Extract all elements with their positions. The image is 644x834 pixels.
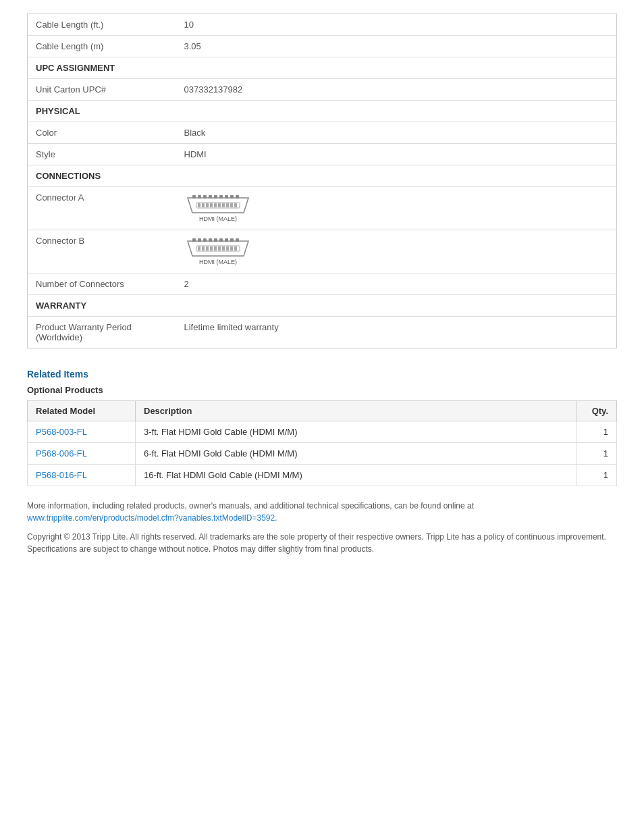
section-header-warranty: WARRANTY: [28, 295, 617, 317]
col-header-model: Related Model: [28, 401, 136, 421]
svg-rect-14: [210, 203, 213, 207]
footer-link[interactable]: www.tripplite.com/en/products/model.cfm?…: [27, 513, 275, 523]
spec-label: Style: [28, 144, 176, 165]
spec-value: HDMI: [176, 144, 617, 165]
svg-rect-36: [210, 246, 213, 251]
svg-rect-30: [230, 238, 234, 242]
svg-rect-41: [230, 246, 233, 251]
connector-a-value: HDMI (MALE): [176, 187, 617, 230]
svg-rect-15: [214, 203, 217, 207]
svg-rect-25: [203, 238, 207, 242]
hdmi-connector-b-icon: HDMI (MALE): [184, 236, 252, 266]
svg-text:HDMI (MALE): HDMI (MALE): [199, 259, 237, 265]
spec-label: Cable Length (m): [28, 36, 176, 57]
svg-text:HDMI (MALE): HDMI (MALE): [199, 215, 237, 222]
spec-label: Number of Connectors: [28, 273, 176, 295]
section-header-label: CONNECTIONS: [28, 165, 617, 187]
svg-rect-40: [226, 246, 229, 251]
related-model-cell: P568-016-FL: [28, 465, 136, 486]
related-qty-cell: 1: [576, 421, 617, 443]
spec-label: Connector B: [28, 230, 176, 273]
svg-rect-20: [234, 203, 237, 207]
spec-label: Color: [28, 122, 176, 144]
related-model-cell: P568-003-FL: [28, 421, 136, 443]
svg-rect-24: [198, 238, 201, 242]
svg-rect-17: [222, 203, 225, 207]
table-row: Cable Length (m) 3.05: [28, 36, 617, 57]
svg-rect-5: [214, 195, 217, 199]
col-header-description: Description: [136, 401, 576, 421]
svg-rect-37: [214, 246, 217, 251]
svg-rect-35: [206, 246, 209, 251]
table-row: Unit Carton UPC# 037332137982: [28, 79, 617, 101]
svg-rect-18: [226, 203, 229, 207]
related-model-link[interactable]: P568-016-FL: [36, 470, 87, 480]
svg-rect-9: [236, 195, 239, 199]
spec-label: Unit Carton UPC#: [28, 79, 176, 101]
svg-rect-31: [236, 238, 239, 242]
svg-rect-1: [192, 195, 196, 199]
section-header-label: PHYSICAL: [28, 101, 617, 122]
svg-rect-39: [222, 246, 225, 251]
list-item: P568-016-FL16-ft. Flat HDMI Gold Cable (…: [28, 465, 617, 486]
spec-value: 037332137982: [176, 79, 617, 101]
related-qty-cell: 1: [576, 465, 617, 486]
spec-value: 10: [176, 14, 617, 36]
list-item: P568-006-FL6-ft. Flat HDMI Gold Cable (H…: [28, 443, 617, 465]
related-model-link[interactable]: P568-006-FL: [36, 448, 87, 459]
svg-rect-4: [209, 195, 212, 199]
section-header-upc: UPC ASSIGNMENT: [28, 57, 617, 79]
spec-value: 2: [176, 273, 617, 295]
table-row: Style HDMI: [28, 144, 617, 165]
section-header-connections: CONNECTIONS: [28, 165, 617, 187]
footer-info: More information, including related prod…: [27, 500, 617, 524]
related-description-cell: 6-ft. Flat HDMI Gold Cable (HDMI M/M): [136, 443, 576, 465]
related-table-header-row: Related Model Description Qty.: [28, 401, 617, 421]
svg-rect-23: [192, 238, 196, 242]
table-row: Number of Connectors 2: [28, 273, 617, 295]
optional-products-label: Optional Products: [27, 385, 617, 395]
svg-rect-2: [198, 195, 201, 199]
table-row: Product Warranty Period (Worldwide) Life…: [28, 317, 617, 348]
related-qty-cell: 1: [576, 443, 617, 465]
svg-rect-26: [209, 238, 212, 242]
related-description-cell: 16-ft. Flat HDMI Gold Cable (HDMI M/M): [136, 465, 576, 486]
related-items-section: Related Items Optional Products Related …: [27, 369, 617, 486]
col-header-qty: Qty.: [576, 401, 617, 421]
svg-rect-27: [214, 238, 217, 242]
svg-rect-11: [198, 203, 200, 207]
svg-rect-19: [230, 203, 233, 207]
spec-label: Cable Length (ft.): [28, 14, 176, 36]
spec-label: Connector A: [28, 187, 176, 230]
related-model-link[interactable]: P568-003-FL: [36, 427, 87, 437]
list-item: P568-003-FL3-ft. Flat HDMI Gold Cable (H…: [28, 421, 617, 443]
table-row: Cable Length (ft.) 10: [28, 14, 617, 36]
table-row-connector-a: Connector A: [28, 187, 617, 230]
svg-rect-3: [203, 195, 207, 199]
svg-rect-13: [206, 203, 209, 207]
specs-table: Cable Length (ft.) 10 Cable Length (m) 3…: [27, 14, 617, 348]
svg-rect-42: [234, 246, 237, 251]
related-model-cell: P568-006-FL: [28, 443, 136, 465]
svg-rect-16: [218, 203, 221, 207]
svg-rect-34: [202, 246, 205, 251]
related-description-cell: 3-ft. Flat HDMI Gold Cable (HDMI M/M): [136, 421, 576, 443]
table-row: Color Black: [28, 122, 617, 144]
svg-rect-12: [202, 203, 205, 207]
copyright-text: Copyright © 2013 Tripp Lite. All rights …: [27, 531, 617, 555]
svg-rect-29: [225, 238, 228, 242]
footer-info-text: More information, including related prod…: [27, 501, 474, 511]
svg-rect-28: [219, 238, 223, 242]
svg-rect-38: [218, 246, 221, 251]
spec-label: Product Warranty Period (Worldwide): [28, 317, 176, 348]
spec-value: 3.05: [176, 36, 617, 57]
related-items-table: Related Model Description Qty. P568-003-…: [27, 400, 617, 486]
svg-rect-6: [219, 195, 223, 199]
related-items-title: Related Items: [27, 369, 617, 380]
spec-value: Black: [176, 122, 617, 144]
section-header-label: UPC ASSIGNMENT: [28, 57, 617, 79]
table-row-connector-b: Connector B: [28, 230, 617, 273]
section-header-label: WARRANTY: [28, 295, 617, 317]
spec-value: Lifetime limited warranty: [176, 317, 617, 348]
connector-b-value: HDMI (MALE): [176, 230, 617, 273]
